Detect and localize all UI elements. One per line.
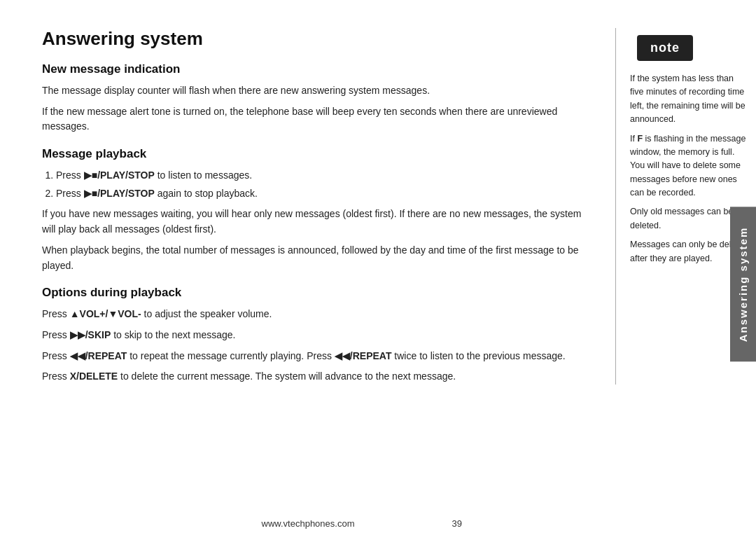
vertical-tab: Answering system xyxy=(730,207,756,361)
vertical-tab-label: Answering system xyxy=(737,226,749,342)
options-item-1: Press ▲VOL+/▼VOL- to adjust the speaker … xyxy=(42,307,594,322)
footer-website: www.vtechphones.com xyxy=(262,518,355,529)
section-heading-1: New message indication xyxy=(42,62,594,76)
footer: www.vtechphones.com 39 xyxy=(0,518,616,529)
list-item-1-prefix: Press xyxy=(56,169,84,181)
list-item-2-prefix: Press xyxy=(56,188,84,199)
list-item-1-bold: ▶■/PLAY/STOP xyxy=(84,169,155,181)
section-heading-2: Message playback xyxy=(42,147,594,161)
options-item-3: Press ◀◀/REPEAT to repeat the message cu… xyxy=(42,349,594,364)
page: Answering system New message indication … xyxy=(0,0,756,540)
note-para-2: If F is flashing in the message window, … xyxy=(630,132,749,200)
list-item-2: Press ▶■/PLAY/STOP again to stop playbac… xyxy=(56,186,594,202)
playback-list: Press ▶■/PLAY/STOP to listen to messages… xyxy=(56,168,594,201)
section-1-para-1: The message display counter will flash w… xyxy=(42,83,594,99)
options-item-4: Press X/DELETE to delete the current mes… xyxy=(42,369,594,385)
right-sidebar: note If the system has less than five mi… xyxy=(616,28,756,540)
list-item-2-bold: ▶■/PLAY/STOP xyxy=(84,188,155,199)
main-content: Answering system New message indication … xyxy=(0,28,616,385)
note-para-1: If the system has less than five minutes… xyxy=(630,72,749,127)
section-2-para-1: If you have new messages waiting, you wi… xyxy=(42,207,594,237)
options-item-2: Press ▶▶/SKIP to skip to the next messag… xyxy=(42,328,594,343)
list-item-1: Press ▶■/PLAY/STOP to listen to messages… xyxy=(56,168,594,184)
section-heading-3: Options during playback xyxy=(42,286,594,300)
section-1-para-2: If the new message alert tone is turned … xyxy=(42,104,594,134)
page-title: Answering system xyxy=(42,28,594,50)
note-label: note xyxy=(637,35,693,61)
page-number: 39 xyxy=(452,518,462,529)
section-2-para-2: When playback begins, the total number o… xyxy=(42,243,594,273)
list-item-2-suffix: again to stop playback. xyxy=(155,188,258,199)
list-item-1-suffix: to listen to messages. xyxy=(155,169,252,181)
